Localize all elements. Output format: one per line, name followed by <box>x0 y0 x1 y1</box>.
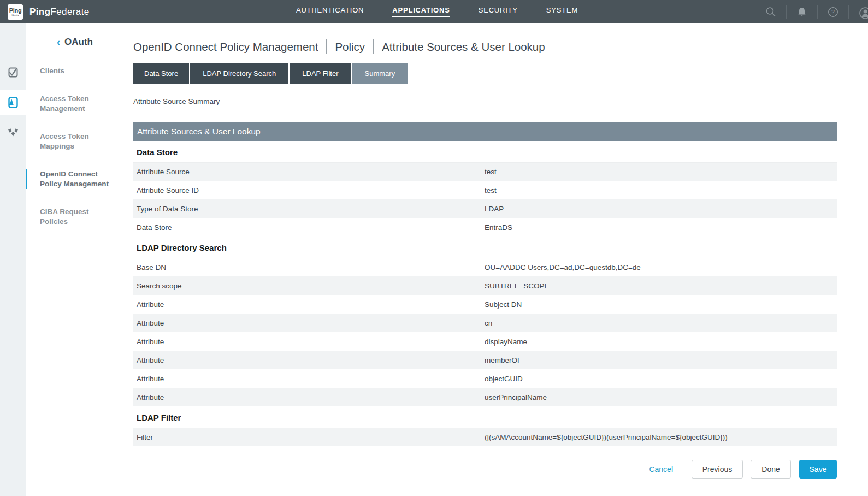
table-row: Attribute cn <box>133 314 837 332</box>
row-label: Attribute Source ID <box>133 186 485 194</box>
tab-data-store[interactable]: Data Store <box>133 63 189 84</box>
topbar-icons: ? <box>755 0 868 23</box>
table-row: Data Store EntraDS <box>133 218 837 237</box>
section-heading-ldap-filter: LDAP Filter <box>133 406 837 428</box>
summary-table: Attribute Sources & User Lookup Data Sto… <box>133 122 837 446</box>
nav-security[interactable]: SECURITY <box>479 6 518 17</box>
wizard-tabs: Data Store LDAP Directory Search LDAP Fi… <box>133 63 837 84</box>
summary-table-body: Data Store Attribute Source test Attribu… <box>133 141 837 446</box>
table-row: Attribute Subject DN <box>133 295 837 314</box>
sidebar-section-title: OAuth <box>64 37 93 48</box>
tab-ldap-directory-search[interactable]: LDAP Directory Search <box>190 63 288 84</box>
sidebar-item-access-token-management[interactable]: Access Token Management <box>26 94 121 114</box>
account-icon[interactable] <box>858 6 868 18</box>
row-value: EntraDS <box>485 223 837 232</box>
sidebar-items: Clients Access Token Management Access T… <box>26 66 121 227</box>
sidebar-item-openid-connect-policy-management[interactable]: OpenID Connect Policy Management <box>26 169 121 189</box>
row-label: Filter <box>133 433 485 441</box>
table-row: Attribute objectGUID <box>133 369 837 388</box>
table-row: Search scope SUBTREE_SCOPE <box>133 276 837 295</box>
previous-button[interactable]: Previous <box>692 460 743 479</box>
top-navigation: AUTHENTICATION APPLICATIONS SECURITY SYS… <box>262 6 612 17</box>
row-label: Search scope <box>133 282 485 290</box>
row-value: SUBTREE_SCOPE <box>485 282 837 290</box>
breadcrumb-segment: Policy <box>335 40 365 54</box>
sidebar-item-clients[interactable]: Clients <box>26 66 121 76</box>
table-row: Base DN OU=AADDC Users,DC=ad,DC=questdb,… <box>133 258 837 276</box>
logo-text: Ping <box>9 8 22 14</box>
row-label: Attribute <box>133 356 485 364</box>
attribute-source-summary-label: Attribute Source Summary <box>133 97 837 105</box>
row-label: Attribute Source <box>133 168 485 176</box>
tab-ldap-filter[interactable]: LDAP Filter <box>290 63 351 84</box>
table-row: Attribute displayName <box>133 332 837 351</box>
icon-divider <box>817 5 818 19</box>
row-value: test <box>485 168 837 176</box>
nav-applications[interactable]: APPLICATIONS <box>392 6 450 17</box>
icon-divider <box>848 5 849 19</box>
row-value: Subject DN <box>485 300 837 309</box>
row-value: displayName <box>485 338 837 346</box>
tab-summary[interactable]: Summary <box>352 63 408 84</box>
chevron-left-icon: ‹ <box>57 37 60 47</box>
row-value: objectGUID <box>485 375 837 383</box>
icon-divider <box>786 5 787 19</box>
breadcrumb-divider <box>326 39 327 54</box>
row-label: Attribute <box>133 375 485 383</box>
row-value: OU=AADDC Users,DC=ad,DC=questdb,DC=de <box>485 263 837 271</box>
bell-icon[interactable] <box>796 6 808 18</box>
row-value: cn <box>485 319 837 327</box>
table-row: Attribute memberOf <box>133 351 837 369</box>
row-value: LDAP <box>485 205 837 213</box>
breadcrumb-segment: OpenID Connect Policy Management <box>133 40 318 54</box>
row-label: Base DN <box>133 263 485 271</box>
sidebar-item-access-token-mappings[interactable]: Access Token Mappings <box>26 132 121 151</box>
breadcrumb-segment: Attribute Sources & User Lookup <box>382 40 545 54</box>
ping-logo[interactable]: Ping Identity <box>8 4 23 20</box>
save-button[interactable]: Save <box>799 460 837 479</box>
summary-table-header: Attribute Sources & User Lookup <box>133 122 837 141</box>
row-label: Type of Data Store <box>133 205 485 213</box>
row-label: Data Store <box>133 223 485 232</box>
row-label: Attribute <box>133 319 485 327</box>
search-icon[interactable] <box>765 6 777 18</box>
app-title: PingFederate <box>29 7 90 17</box>
breadcrumb: OpenID Connect Policy Management Policy … <box>133 39 837 54</box>
row-value: memberOf <box>485 356 837 364</box>
nav-system[interactable]: SYSTEM <box>546 6 578 17</box>
footer-actions: Cancel Previous Done Save <box>133 460 837 479</box>
nav-authentication[interactable]: AUTHENTICATION <box>296 6 364 17</box>
row-value: userPrincipalName <box>485 393 837 401</box>
table-row: Attribute Source ID test <box>133 181 837 199</box>
table-row: Type of Data Store LDAP <box>133 199 837 218</box>
breadcrumb-divider <box>373 39 374 54</box>
sidebar-item-ciba-request-policies[interactable]: CIBA Request Policies <box>26 207 121 227</box>
row-value: test <box>485 186 837 194</box>
section-heading-data-store: Data Store <box>133 141 837 162</box>
rail-grants-icon[interactable] <box>0 120 26 145</box>
help-icon[interactable]: ? <box>827 6 839 18</box>
section-heading-ldap-directory-search: LDAP Directory Search <box>133 237 837 258</box>
row-label: Attribute <box>133 300 485 309</box>
topbar: Ping Identity PingFederate AUTHENTICATIO… <box>0 0 868 23</box>
logo-subtext: Identity <box>12 14 19 16</box>
table-row: Filter (|(sAMAccountName=${objectGUID})(… <box>133 428 837 446</box>
rail-clients-check-icon[interactable] <box>0 60 26 85</box>
rail-token-icon[interactable] <box>0 90 26 115</box>
row-label: Attribute <box>133 338 485 346</box>
cancel-button[interactable]: Cancel <box>649 465 673 474</box>
sidebar-back-oauth[interactable]: ‹ OAuth <box>57 37 121 48</box>
row-label: Attribute <box>133 393 485 401</box>
svg-text:?: ? <box>831 9 835 15</box>
row-value: (|(sAMAccountName=${objectGUID})(userPri… <box>485 433 837 441</box>
table-row: Attribute userPrincipalName <box>133 388 837 406</box>
sidebar: ‹ OAuth Clients Access Token Management … <box>26 23 121 496</box>
main-content: OpenID Connect Policy Management Policy … <box>121 23 868 496</box>
done-button[interactable]: Done <box>751 460 791 479</box>
table-row: Attribute Source test <box>133 162 837 181</box>
icon-rail <box>0 23 26 496</box>
